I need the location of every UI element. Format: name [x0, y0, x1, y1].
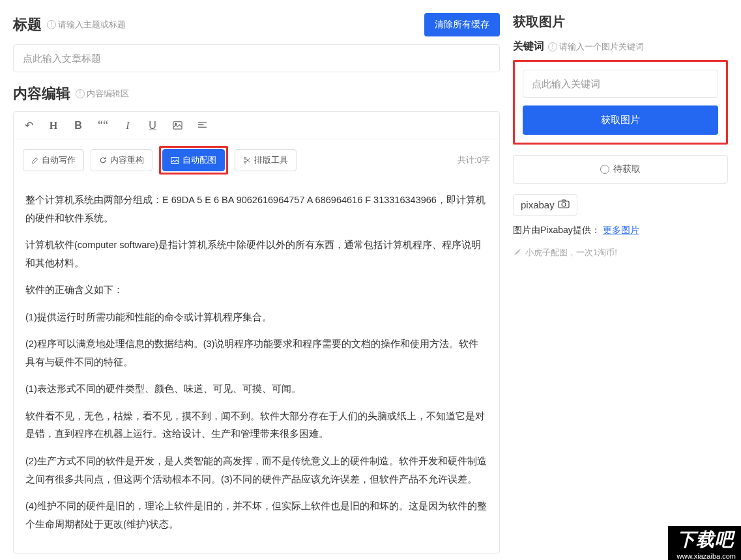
- watermark: 下载吧 www.xiazaiba.com: [668, 526, 741, 560]
- svg-rect-0: [173, 122, 181, 129]
- format-toolbar: ↶ H B ““ I U: [14, 112, 499, 139]
- clear-cache-button[interactable]: 清除所有缓存: [424, 13, 500, 36]
- svg-point-7: [244, 161, 246, 163]
- circle-icon: [600, 165, 609, 174]
- keyword-input[interactable]: [523, 70, 718, 98]
- content-hint: ! 内容编辑区: [76, 88, 129, 100]
- word-count: 共计:0字: [458, 154, 490, 166]
- content-paragraph: (1)表达形式不同的硬件类型、颜色、味道、可见、可摸、可闻。: [25, 380, 487, 399]
- right-panel: 获取图片 关键词 ! 请输入一个图片关键词 获取图片 待获取 pixabay 图…: [513, 13, 728, 553]
- content-section-label: 内容编辑 ! 内容编辑区: [13, 84, 500, 104]
- info-icon: !: [47, 20, 56, 29]
- svg-point-1: [175, 123, 176, 124]
- align-icon[interactable]: [196, 120, 208, 130]
- footer-note: 小虎子配图，一次1淘币!: [513, 247, 728, 259]
- auto-image-highlight: 自动配图: [159, 146, 228, 175]
- content-paragraph: 整个计算机系统由两部分组成：E 69DA 5 E 6 BA 9062616964…: [25, 191, 487, 227]
- keyword-highlight-box: 获取图片: [513, 60, 728, 145]
- scissors-icon: [243, 156, 251, 164]
- camera-icon: [558, 199, 570, 210]
- quote-icon[interactable]: ““: [97, 119, 109, 132]
- picture-icon: [171, 156, 179, 165]
- get-image-title: 获取图片: [513, 13, 728, 31]
- auto-image-button[interactable]: 自动配图: [162, 149, 225, 171]
- refresh-icon: [99, 156, 107, 164]
- info-icon: !: [76, 89, 85, 98]
- credit-line: 图片由Pixabay提供： 更多图片: [513, 225, 728, 236]
- italic-icon[interactable]: I: [122, 120, 134, 132]
- title-hint: ! 请输入主题或标题: [47, 19, 126, 31]
- article-title-input[interactable]: [13, 44, 500, 72]
- content-paragraph: (2)生产方式不同的软件是开发，是人类智能的高发挥，而不是传统意义上的硬件制造。…: [25, 453, 487, 488]
- info-icon: !: [548, 42, 557, 51]
- pending-button[interactable]: 待获取: [513, 155, 728, 184]
- auto-write-button[interactable]: 自动写作: [23, 149, 84, 171]
- keyword-hint: ! 请输入一个图片关键词: [548, 41, 644, 53]
- content-area[interactable]: 整个计算机系统由两部分组成：E 69DA 5 E 6 BA 9062616964…: [14, 181, 499, 553]
- undo-icon[interactable]: ↶: [23, 119, 35, 132]
- content-paragraph: (4)维护不同的硬件是旧的，理论上软件是旧的，并不坏，但实际上软件也是旧的和坏的…: [25, 497, 487, 533]
- action-toolbar: 自动写作 内容重构 自动配图 排版工具 共计:0字: [14, 139, 499, 181]
- get-image-button[interactable]: 获取图片: [523, 105, 718, 135]
- more-images-link[interactable]: 更多图片: [603, 225, 639, 235]
- left-panel: 标题 ! 请输入主题或标题 清除所有缓存 内容编辑 ! 内容编辑区 ↶ H B …: [13, 13, 500, 553]
- quill-icon: [513, 247, 522, 259]
- editor-box: ↶ H B ““ I U 自动写作: [13, 111, 500, 553]
- pixabay-badge: pixabay: [513, 194, 577, 216]
- keyword-label: 关键词 ! 请输入一个图片关键词: [513, 40, 728, 53]
- pencil-icon: [31, 157, 38, 164]
- svg-point-9: [562, 203, 566, 206]
- heading-icon[interactable]: H: [48, 120, 59, 132]
- title-section-label: 标题 ! 请输入主题或标题: [13, 15, 126, 35]
- content-paragraph: 软件的正确含义如下：: [25, 281, 487, 300]
- bold-icon[interactable]: B: [72, 120, 84, 132]
- layout-tool-button[interactable]: 排版工具: [235, 149, 297, 171]
- content-paragraph: (2)程序可以满意地处理信息的数据结构。(3)说明程序功能要求和程序需要的文档的…: [25, 335, 487, 371]
- svg-point-6: [244, 158, 246, 160]
- restructure-button[interactable]: 内容重构: [91, 149, 153, 171]
- underline-icon[interactable]: U: [147, 120, 158, 132]
- image-icon[interactable]: [171, 120, 183, 130]
- content-paragraph: (1)提供运行时所需功能和性能的命令或计算机程序集合。: [25, 309, 487, 327]
- content-paragraph: 软件看不见，无色，枯燥，看不见，摸不到，闻不到。软件大部分存在于人们的头脑或纸上…: [25, 408, 487, 443]
- content-paragraph: 计算机软件(computer software)是指计算机系统中除硬件以外的所有…: [25, 236, 487, 272]
